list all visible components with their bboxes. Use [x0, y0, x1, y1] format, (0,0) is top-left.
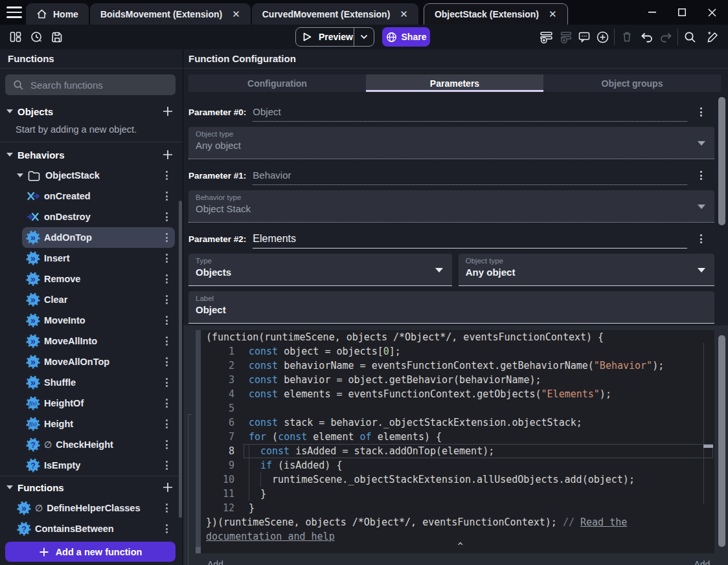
preview-button[interactable]: Preview — [295, 27, 374, 47]
undo-icon[interactable] — [639, 29, 654, 45]
code-line-12[interactable]: 12} — [201, 501, 714, 515]
panels-layout-icon[interactable] — [8, 29, 23, 45]
behavior-type-select[interactable]: Behavior type Object Stack — [188, 190, 714, 223]
more-options-icon[interactable] — [162, 233, 171, 241]
close-window-button[interactable] — [702, 0, 722, 25]
delete-icon[interactable] — [619, 29, 635, 45]
documentation-link[interactable]: Read the — [580, 516, 627, 528]
behavior-folder-objectstack[interactable]: ObjectStack — [13, 165, 175, 186]
add-object-button[interactable] — [162, 105, 174, 117]
more-options-icon[interactable] — [162, 504, 171, 512]
event-drag-handle[interactable] — [196, 330, 201, 553]
more-options-icon[interactable] — [162, 440, 171, 449]
parameter-name-input[interactable]: Elements — [253, 229, 687, 249]
code-line-9[interactable]: 9if (isAdded) { — [201, 458, 714, 472]
add-circle-icon[interactable] — [595, 29, 610, 45]
maximize-button[interactable] — [672, 0, 692, 25]
more-options-icon[interactable] — [162, 378, 171, 386]
parameter-options-button[interactable] — [687, 171, 714, 179]
label-input[interactable]: Label Object — [188, 291, 714, 324]
sidebar-scrollbar[interactable] — [179, 201, 182, 518]
more-options-icon[interactable] — [162, 254, 171, 262]
object-type-select[interactable]: Object type Any object — [188, 127, 714, 159]
function-item-moveallontop[interactable]: »MoveAllOnTop — [22, 351, 175, 372]
close-tab-icon[interactable]: ✕ — [232, 8, 240, 20]
window-tab-objectstack-extension-[interactable]: ObjectStack (Extension)✕ — [424, 3, 568, 25]
documentation-link[interactable]: documentation and help — [206, 531, 335, 542]
section-objects[interactable]: Objects — [0, 102, 183, 121]
tab-configuration[interactable]: Configuration — [188, 74, 366, 92]
code-line-11[interactable]: 11} — [201, 487, 714, 501]
more-options-icon[interactable] — [162, 212, 171, 221]
code-line-7[interactable]: 7for (const element of elements) { — [201, 430, 714, 444]
add-event-clipped-text[interactable]: Add... — [694, 560, 718, 565]
preview-dropdown-button[interactable] — [354, 34, 374, 39]
add-function-plus-button[interactable] — [162, 482, 174, 493]
code-line-5[interactable]: 5 — [201, 401, 714, 415]
more-options-icon[interactable] — [162, 316, 171, 324]
object-type-select[interactable]: Object type Any object — [459, 254, 714, 286]
collapse-editor-button[interactable]: ^ — [458, 541, 463, 551]
function-item-containsbetween[interactable]: ?ContainsBetween — [13, 518, 175, 539]
code-line-1[interactable]: 1const object = objects[0]; — [201, 344, 714, 359]
javascript-code-event[interactable]: (function(runtimeScene, objects /*Object… — [196, 330, 714, 553]
save-icon[interactable] — [49, 29, 65, 45]
tab-parameters[interactable]: Parameters — [366, 74, 543, 92]
code-line-3[interactable]: 3const behavior = object.getBehavior(beh… — [201, 373, 714, 387]
more-options-icon[interactable] — [162, 337, 171, 345]
function-item-height[interactable]: f(x)Height — [22, 414, 175, 434]
add-subevent-icon[interactable] — [558, 29, 573, 45]
function-item-moveinto[interactable]: »MoveInto — [22, 310, 175, 331]
close-tab-icon[interactable]: ✕ — [549, 8, 557, 20]
function-item-ondestroy[interactable]: onDestroy — [22, 206, 175, 227]
code-line-8[interactable]: 8const isAdded = stack.addOnTop(element)… — [201, 444, 714, 458]
section-behaviors[interactable]: Behaviors — [0, 144, 183, 165]
search-icon[interactable] — [682, 29, 698, 45]
function-item-isempty[interactable]: ?IsEmpty — [22, 455, 175, 476]
more-options-icon[interactable] — [162, 399, 171, 407]
code-line-10[interactable]: 10runtimeScene._objectStackExtension.all… — [201, 472, 714, 487]
parameters-scrollbar[interactable] — [718, 97, 725, 225]
add-event-icon[interactable] — [538, 29, 554, 45]
tab-object-groups[interactable]: Object groups — [543, 74, 721, 92]
parameter-type-select[interactable]: Type Objects — [188, 254, 452, 286]
window-tab-boidsmovement-extension-[interactable]: BoidsMovement (Extension)✕ — [90, 3, 251, 25]
window-tab-home[interactable]: Home — [26, 3, 89, 25]
code-editor[interactable]: (function(runtimeScene, objects /*Object… — [201, 330, 714, 553]
function-item-clear[interactable]: »Clear — [22, 289, 175, 310]
more-options-icon[interactable] — [162, 524, 171, 533]
add-new-function-button[interactable]: Add a new function — [5, 542, 176, 562]
more-options-icon[interactable] — [162, 461, 171, 469]
menu-icon[interactable] — [6, 6, 22, 18]
function-item-moveallinto[interactable]: »MoveAllInto — [22, 331, 175, 351]
function-item-addontop[interactable]: »AddOnTop — [22, 227, 175, 248]
parameter-name-input[interactable]: Behavior — [253, 166, 687, 185]
function-item-heightof[interactable]: f(x)HeightOf — [22, 393, 175, 414]
more-options-icon[interactable] — [162, 357, 171, 366]
more-options-icon[interactable] — [162, 419, 171, 428]
code-line-6[interactable]: 6const stack = behavior._objectStackExte… — [201, 415, 714, 430]
search-functions-input[interactable]: Search functions — [5, 74, 176, 95]
code-line-4[interactable]: 4const elements = eventsFunctionContext.… — [201, 387, 714, 401]
minimize-button[interactable] — [643, 0, 662, 25]
section-functions[interactable]: Functions — [0, 477, 183, 498]
more-options-icon[interactable] — [162, 192, 171, 200]
comment-icon[interactable] — [576, 29, 592, 45]
ai-edit-icon[interactable] — [705, 29, 720, 45]
events-scrollbar[interactable] — [718, 335, 725, 547]
more-options-icon[interactable] — [162, 171, 171, 179]
function-item-oncreated[interactable]: onCreated — [22, 186, 175, 206]
add-behavior-button[interactable] — [162, 149, 174, 161]
function-item-checkheight[interactable]: ?∅CheckHeight — [22, 434, 175, 455]
more-options-icon[interactable] — [162, 274, 171, 283]
code-line-2[interactable]: 2const behaviorName = eventsFunctionCont… — [201, 359, 714, 373]
function-item-shuffle[interactable]: »Shuffle — [22, 372, 175, 393]
parameter-options-button[interactable] — [687, 107, 714, 116]
function-item-definehelperclasses[interactable]: »∅DefineHelperClasses — [13, 498, 175, 518]
add-event-clipped-text[interactable]: Add... — [207, 560, 231, 565]
parameter-options-button[interactable] — [687, 234, 714, 243]
window-tab-curvedmovement-extension-[interactable]: CurvedMovement (Extension)✕ — [252, 3, 418, 25]
function-item-remove[interactable]: »Remove — [22, 269, 175, 289]
more-options-icon[interactable] — [162, 295, 171, 304]
redo-icon[interactable] — [658, 29, 674, 45]
